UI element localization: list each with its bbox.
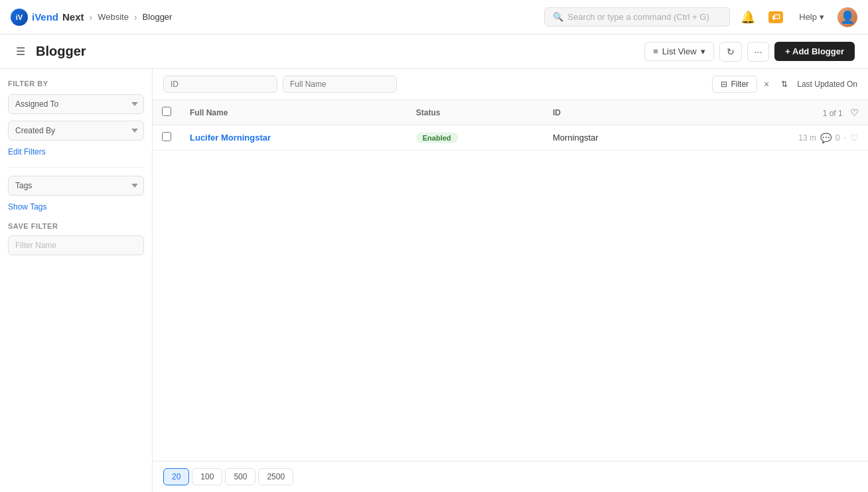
- breadcrumb-sep-2: ›: [134, 12, 137, 23]
- last-updated-label: Last Updated On: [797, 80, 857, 89]
- filter-bar-right: ⊟ Filter × ⇅ Last Updated On: [712, 76, 857, 93]
- sidebar-divider: [8, 167, 144, 168]
- avatar-icon: 👤: [840, 10, 855, 25]
- help-label: Help: [799, 12, 817, 22]
- search-icon: 🔍: [553, 12, 563, 22]
- assigned-to-filter[interactable]: Assigned To: [8, 94, 144, 114]
- blogger-table: Full Name Status ID 1 of 1 ♡: [153, 100, 868, 151]
- sort-button[interactable]: ⇅: [776, 76, 793, 92]
- id-filter-input[interactable]: [163, 76, 277, 93]
- filter-bar: ⊟ Filter × ⇅ Last Updated On: [153, 69, 868, 100]
- like-button[interactable]: ♡: [850, 133, 859, 143]
- main-layout: Filter By Assigned To Created By Edit Fi…: [0, 69, 868, 492]
- row-checkbox-cell: [153, 125, 181, 151]
- page-header: ☰ Blogger ≡ List View ▾ ↻ ··· + Add Blog…: [0, 34, 868, 69]
- col-status: Status: [407, 100, 543, 125]
- table-container: Full Name Status ID 1 of 1 ♡: [153, 100, 868, 461]
- nav-right: 🔍 Search or type a command (Ctrl + G) 🔔 …: [544, 7, 857, 27]
- more-options-button[interactable]: ···: [747, 42, 770, 62]
- col-full-name: Full Name: [181, 100, 407, 125]
- more-icon: ···: [755, 46, 762, 57]
- comment-count: 0: [835, 133, 840, 143]
- status-badge: Enabled: [416, 133, 458, 143]
- hamburger-button[interactable]: ☰: [13, 42, 28, 60]
- page-size-100[interactable]: 100: [192, 468, 222, 485]
- content-area: ⊟ Filter × ⇅ Last Updated On: [153, 69, 868, 492]
- row-status: Enabled: [407, 125, 543, 151]
- page-size-500[interactable]: 500: [225, 468, 255, 485]
- sort-icon: ⇅: [781, 80, 788, 89]
- breadcrumb-sep-1: ›: [90, 12, 93, 23]
- search-placeholder: Search or type a command (Ctrl + G): [567, 12, 709, 22]
- logo-text-blue: iVend: [32, 11, 58, 23]
- page-size-20[interactable]: 20: [163, 468, 189, 485]
- filter-name-input[interactable]: [8, 235, 144, 255]
- show-tags-link[interactable]: Show Tags: [8, 202, 144, 212]
- time-ago: 13 m: [798, 133, 816, 143]
- tags-filter[interactable]: Tags: [8, 176, 144, 196]
- row-id: Morningstar: [543, 125, 689, 151]
- logo-abbr: iV: [16, 13, 23, 21]
- refresh-icon: ↻: [727, 46, 735, 57]
- help-chevron: ▾: [820, 12, 824, 22]
- save-filter-label: Save Filter: [8, 222, 144, 230]
- pagination-label: 1 of 1: [823, 109, 843, 118]
- add-blogger-button[interactable]: + Add Blogger: [774, 42, 855, 61]
- filter-by-label: Filter By: [8, 80, 144, 88]
- notification-button[interactable]: 🔔: [738, 7, 758, 27]
- breadcrumb-blogger: Blogger: [143, 12, 173, 22]
- top-navigation: iV iVendNext › Website › Blogger 🔍 Searc…: [0, 0, 868, 34]
- filter-icon: ⊟: [721, 80, 727, 89]
- page-header-right: ≡ List View ▾ ↻ ··· + Add Blogger: [644, 42, 855, 62]
- row-checkbox[interactable]: [162, 132, 171, 141]
- like-header-icon: ♡: [850, 107, 859, 118]
- tag-button[interactable]: 🏷: [766, 9, 786, 26]
- edit-filters-link[interactable]: Edit Filters: [8, 147, 144, 156]
- list-view-label: List View: [662, 46, 697, 56]
- page-size-options: 20 100 500 2500: [163, 468, 857, 485]
- page-header-left: ☰ Blogger: [13, 42, 86, 60]
- page-title: Blogger: [36, 44, 86, 59]
- breadcrumb-website[interactable]: Website: [98, 12, 129, 22]
- add-blogger-label: + Add Blogger: [785, 46, 844, 56]
- filter-close-button[interactable]: ×: [761, 78, 772, 91]
- row-actions: 13 m 💬 0 · ♡: [698, 133, 859, 143]
- table-header-row: Full Name Status ID 1 of 1 ♡: [153, 100, 868, 125]
- created-by-filter[interactable]: Created By: [8, 121, 144, 141]
- col-id: ID: [543, 100, 689, 125]
- app-logo[interactable]: iV iVendNext: [11, 9, 84, 26]
- comment-icon: 💬: [820, 133, 832, 143]
- logo-icon: iV: [11, 9, 28, 26]
- search-bar[interactable]: 🔍 Search or type a command (Ctrl + G): [544, 7, 730, 27]
- filter-button[interactable]: ⊟ Filter: [712, 76, 757, 93]
- user-avatar[interactable]: 👤: [837, 7, 857, 27]
- row-full-name: Lucifer Morningstar: [181, 125, 407, 151]
- logo-text-dark: Next: [62, 11, 84, 23]
- select-all-checkbox[interactable]: [162, 107, 171, 116]
- nav-left: iV iVendNext › Website › Blogger: [11, 9, 172, 26]
- row-actions-cell: 13 m 💬 0 · ♡: [689, 125, 868, 151]
- list-view-button[interactable]: ≡ List View ▾: [644, 42, 713, 61]
- col-actions: 1 of 1 ♡: [689, 100, 868, 125]
- page-size-2500[interactable]: 2500: [258, 468, 293, 485]
- list-view-chevron: ▾: [701, 46, 705, 56]
- table-footer: 20 100 500 2500: [153, 461, 868, 492]
- select-all-col: [153, 100, 181, 125]
- filter-label: Filter: [731, 80, 749, 89]
- close-icon: ×: [764, 79, 769, 90]
- list-view-icon: ≡: [653, 46, 658, 56]
- full-name-filter-input[interactable]: [283, 76, 397, 93]
- help-button[interactable]: Help ▾: [794, 9, 830, 25]
- sidebar: Filter By Assigned To Created By Edit Fi…: [0, 69, 153, 492]
- refresh-button[interactable]: ↻: [719, 42, 742, 62]
- table-row[interactable]: Lucifer Morningstar Enabled Morningstar …: [153, 125, 868, 151]
- tag-icon: 🏷: [768, 11, 783, 23]
